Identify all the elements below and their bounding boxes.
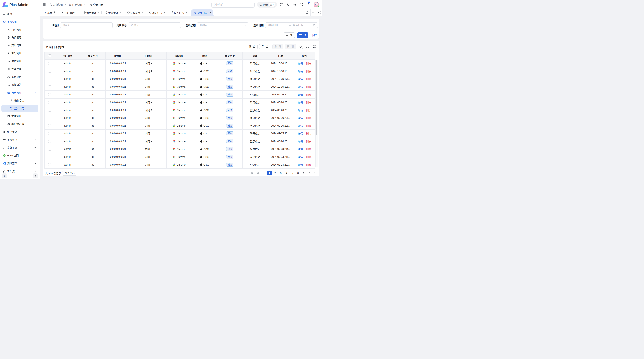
svg-text:DEV: DEV xyxy=(8,92,10,93)
svg-text:DEV: DEV xyxy=(70,4,71,5)
